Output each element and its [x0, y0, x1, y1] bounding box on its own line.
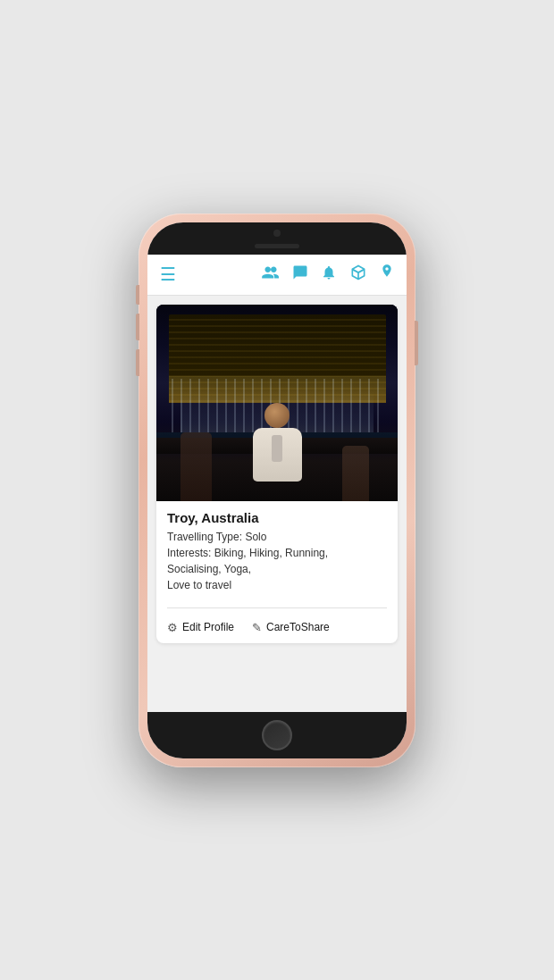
gear-icon: ⚙ — [167, 621, 178, 634]
bell-icon[interactable] — [321, 264, 337, 285]
location-icon[interactable] — [380, 264, 394, 286]
volume-up-button — [136, 314, 139, 340]
share-icon: ✎ — [252, 621, 262, 634]
speaker — [255, 244, 299, 248]
chat-icon[interactable] — [292, 264, 308, 285]
bg-person-left — [180, 432, 212, 501]
profile-card: Troy, Australia Travelling Type: Solo In… — [156, 305, 398, 643]
phone-frame: ☰ — [138, 214, 416, 767]
travelling-type: Travelling Type: Solo — [167, 529, 387, 545]
bottom-bezel — [147, 712, 407, 758]
nav-icons — [262, 264, 394, 286]
person-head — [264, 403, 290, 428]
care-to-share-button[interactable]: ✎ CareToShare — [252, 621, 330, 634]
profile-name: Troy, Australia — [167, 510, 387, 525]
nav-bar: ☰ — [147, 255, 407, 296]
interests-line2: Socialising, Yoga, — [167, 561, 387, 577]
person-body — [253, 428, 302, 482]
content-area: Troy, Australia Travelling Type: Solo In… — [147, 296, 407, 712]
bio: Love to travel — [167, 577, 387, 593]
profile-divider — [167, 607, 387, 608]
screen: ☰ — [147, 255, 407, 712]
menu-icon[interactable]: ☰ — [160, 264, 176, 285]
mute-button — [136, 285, 139, 305]
shirt-v-neck — [272, 435, 282, 462]
phone-screen: ☰ — [147, 222, 407, 758]
volume-down-button — [136, 349, 139, 376]
profile-photo — [156, 305, 398, 501]
person-figure — [241, 403, 313, 501]
profile-actions: ⚙ Edit Profile ✎ CareToShare — [156, 616, 398, 643]
care-to-share-label: CareToShare — [266, 621, 330, 633]
edit-profile-button[interactable]: ⚙ Edit Profile — [167, 621, 234, 634]
edit-profile-label: Edit Profile — [182, 621, 234, 633]
people-icon[interactable] — [262, 264, 280, 285]
photo-background — [156, 305, 398, 501]
profile-info: Troy, Australia Travelling Type: Solo In… — [156, 501, 398, 600]
camera — [273, 230, 281, 237]
interests-line1: Interests: Biking, Hiking, Running, — [167, 545, 387, 561]
cube-icon[interactable] — [349, 264, 367, 286]
top-bezel — [147, 222, 407, 255]
home-button[interactable] — [262, 720, 292, 750]
power-button — [415, 321, 418, 365]
bg-person-right — [342, 446, 369, 501]
